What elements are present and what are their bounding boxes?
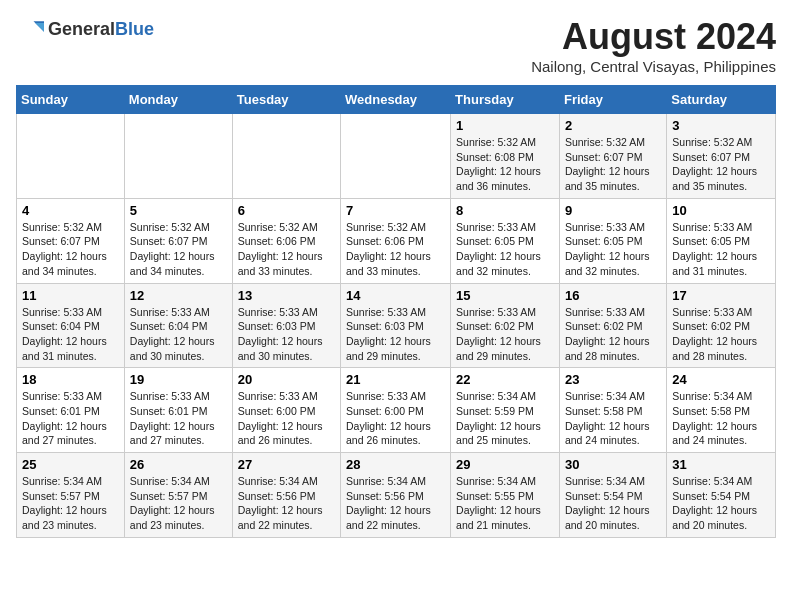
day-number: 23 [565, 372, 661, 387]
cell-details: Sunrise: 5:34 AM Sunset: 5:54 PM Dayligh… [672, 474, 770, 533]
calendar-cell: 22Sunrise: 5:34 AM Sunset: 5:59 PM Dayli… [451, 368, 560, 453]
calendar-cell: 28Sunrise: 5:34 AM Sunset: 5:56 PM Dayli… [341, 453, 451, 538]
calendar-cell: 5Sunrise: 5:32 AM Sunset: 6:07 PM Daylig… [124, 198, 232, 283]
calendar-cell: 20Sunrise: 5:33 AM Sunset: 6:00 PM Dayli… [232, 368, 340, 453]
day-number: 26 [130, 457, 227, 472]
cell-details: Sunrise: 5:34 AM Sunset: 5:56 PM Dayligh… [346, 474, 445, 533]
cell-details: Sunrise: 5:34 AM Sunset: 5:57 PM Dayligh… [130, 474, 227, 533]
logo-text: GeneralBlue [48, 20, 154, 40]
calendar-cell [341, 114, 451, 199]
cell-details: Sunrise: 5:33 AM Sunset: 6:05 PM Dayligh… [456, 220, 554, 279]
header-monday: Monday [124, 86, 232, 114]
calendar-cell: 19Sunrise: 5:33 AM Sunset: 6:01 PM Dayli… [124, 368, 232, 453]
calendar-cell: 3Sunrise: 5:32 AM Sunset: 6:07 PM Daylig… [667, 114, 776, 199]
calendar-cell [232, 114, 340, 199]
calendar-cell: 4Sunrise: 5:32 AM Sunset: 6:07 PM Daylig… [17, 198, 125, 283]
calendar-cell: 26Sunrise: 5:34 AM Sunset: 5:57 PM Dayli… [124, 453, 232, 538]
cell-details: Sunrise: 5:32 AM Sunset: 6:07 PM Dayligh… [565, 135, 661, 194]
day-number: 11 [22, 288, 119, 303]
day-number: 15 [456, 288, 554, 303]
cell-details: Sunrise: 5:34 AM Sunset: 5:55 PM Dayligh… [456, 474, 554, 533]
cell-details: Sunrise: 5:33 AM Sunset: 6:05 PM Dayligh… [565, 220, 661, 279]
cell-details: Sunrise: 5:33 AM Sunset: 6:04 PM Dayligh… [22, 305, 119, 364]
calendar-cell: 16Sunrise: 5:33 AM Sunset: 6:02 PM Dayli… [559, 283, 666, 368]
cell-details: Sunrise: 5:33 AM Sunset: 6:03 PM Dayligh… [238, 305, 335, 364]
day-number: 29 [456, 457, 554, 472]
calendar-cell: 23Sunrise: 5:34 AM Sunset: 5:58 PM Dayli… [559, 368, 666, 453]
calendar-cell: 14Sunrise: 5:33 AM Sunset: 6:03 PM Dayli… [341, 283, 451, 368]
logo: GeneralBlue [16, 16, 154, 44]
cell-details: Sunrise: 5:33 AM Sunset: 6:02 PM Dayligh… [456, 305, 554, 364]
day-number: 3 [672, 118, 770, 133]
day-number: 14 [346, 288, 445, 303]
calendar-cell: 6Sunrise: 5:32 AM Sunset: 6:06 PM Daylig… [232, 198, 340, 283]
calendar-cell: 27Sunrise: 5:34 AM Sunset: 5:56 PM Dayli… [232, 453, 340, 538]
header-saturday: Saturday [667, 86, 776, 114]
logo-icon [16, 16, 44, 44]
title-area: August 2024 Nailong, Central Visayas, Ph… [531, 16, 776, 75]
calendar-week-row: 18Sunrise: 5:33 AM Sunset: 6:01 PM Dayli… [17, 368, 776, 453]
cell-details: Sunrise: 5:33 AM Sunset: 6:01 PM Dayligh… [22, 389, 119, 448]
day-number: 1 [456, 118, 554, 133]
svg-rect-0 [16, 16, 44, 44]
calendar-cell: 7Sunrise: 5:32 AM Sunset: 6:06 PM Daylig… [341, 198, 451, 283]
calendar-cell: 17Sunrise: 5:33 AM Sunset: 6:02 PM Dayli… [667, 283, 776, 368]
day-number: 10 [672, 203, 770, 218]
cell-details: Sunrise: 5:32 AM Sunset: 6:07 PM Dayligh… [130, 220, 227, 279]
calendar-cell: 30Sunrise: 5:34 AM Sunset: 5:54 PM Dayli… [559, 453, 666, 538]
calendar-header-row: SundayMondayTuesdayWednesdayThursdayFrid… [17, 86, 776, 114]
day-number: 7 [346, 203, 445, 218]
calendar-table: SundayMondayTuesdayWednesdayThursdayFrid… [16, 85, 776, 538]
cell-details: Sunrise: 5:32 AM Sunset: 6:06 PM Dayligh… [238, 220, 335, 279]
day-number: 2 [565, 118, 661, 133]
cell-details: Sunrise: 5:34 AM Sunset: 5:58 PM Dayligh… [565, 389, 661, 448]
calendar-cell: 18Sunrise: 5:33 AM Sunset: 6:01 PM Dayli… [17, 368, 125, 453]
calendar-cell: 11Sunrise: 5:33 AM Sunset: 6:04 PM Dayli… [17, 283, 125, 368]
cell-details: Sunrise: 5:32 AM Sunset: 6:08 PM Dayligh… [456, 135, 554, 194]
calendar-cell [124, 114, 232, 199]
cell-details: Sunrise: 5:33 AM Sunset: 6:01 PM Dayligh… [130, 389, 227, 448]
cell-details: Sunrise: 5:32 AM Sunset: 6:07 PM Dayligh… [672, 135, 770, 194]
day-number: 5 [130, 203, 227, 218]
day-number: 19 [130, 372, 227, 387]
day-number: 30 [565, 457, 661, 472]
day-number: 8 [456, 203, 554, 218]
month-year-title: August 2024 [531, 16, 776, 58]
day-number: 28 [346, 457, 445, 472]
day-number: 31 [672, 457, 770, 472]
header-friday: Friday [559, 86, 666, 114]
calendar-cell: 29Sunrise: 5:34 AM Sunset: 5:55 PM Dayli… [451, 453, 560, 538]
cell-details: Sunrise: 5:33 AM Sunset: 6:00 PM Dayligh… [346, 389, 445, 448]
cell-details: Sunrise: 5:33 AM Sunset: 6:02 PM Dayligh… [672, 305, 770, 364]
location-subtitle: Nailong, Central Visayas, Philippines [531, 58, 776, 75]
cell-details: Sunrise: 5:34 AM Sunset: 5:56 PM Dayligh… [238, 474, 335, 533]
calendar-cell: 8Sunrise: 5:33 AM Sunset: 6:05 PM Daylig… [451, 198, 560, 283]
day-number: 6 [238, 203, 335, 218]
cell-details: Sunrise: 5:34 AM Sunset: 5:58 PM Dayligh… [672, 389, 770, 448]
cell-details: Sunrise: 5:33 AM Sunset: 6:00 PM Dayligh… [238, 389, 335, 448]
day-number: 27 [238, 457, 335, 472]
header-sunday: Sunday [17, 86, 125, 114]
cell-details: Sunrise: 5:33 AM Sunset: 6:02 PM Dayligh… [565, 305, 661, 364]
calendar-week-row: 11Sunrise: 5:33 AM Sunset: 6:04 PM Dayli… [17, 283, 776, 368]
calendar-week-row: 4Sunrise: 5:32 AM Sunset: 6:07 PM Daylig… [17, 198, 776, 283]
day-number: 22 [456, 372, 554, 387]
day-number: 21 [346, 372, 445, 387]
day-number: 24 [672, 372, 770, 387]
calendar-cell: 10Sunrise: 5:33 AM Sunset: 6:05 PM Dayli… [667, 198, 776, 283]
day-number: 12 [130, 288, 227, 303]
header-tuesday: Tuesday [232, 86, 340, 114]
calendar-cell: 31Sunrise: 5:34 AM Sunset: 5:54 PM Dayli… [667, 453, 776, 538]
cell-details: Sunrise: 5:32 AM Sunset: 6:06 PM Dayligh… [346, 220, 445, 279]
day-number: 18 [22, 372, 119, 387]
calendar-cell: 2Sunrise: 5:32 AM Sunset: 6:07 PM Daylig… [559, 114, 666, 199]
calendar-week-row: 1Sunrise: 5:32 AM Sunset: 6:08 PM Daylig… [17, 114, 776, 199]
calendar-cell: 15Sunrise: 5:33 AM Sunset: 6:02 PM Dayli… [451, 283, 560, 368]
day-number: 20 [238, 372, 335, 387]
calendar-cell: 25Sunrise: 5:34 AM Sunset: 5:57 PM Dayli… [17, 453, 125, 538]
calendar-cell [17, 114, 125, 199]
cell-details: Sunrise: 5:33 AM Sunset: 6:04 PM Dayligh… [130, 305, 227, 364]
header-thursday: Thursday [451, 86, 560, 114]
day-number: 16 [565, 288, 661, 303]
cell-details: Sunrise: 5:34 AM Sunset: 5:57 PM Dayligh… [22, 474, 119, 533]
